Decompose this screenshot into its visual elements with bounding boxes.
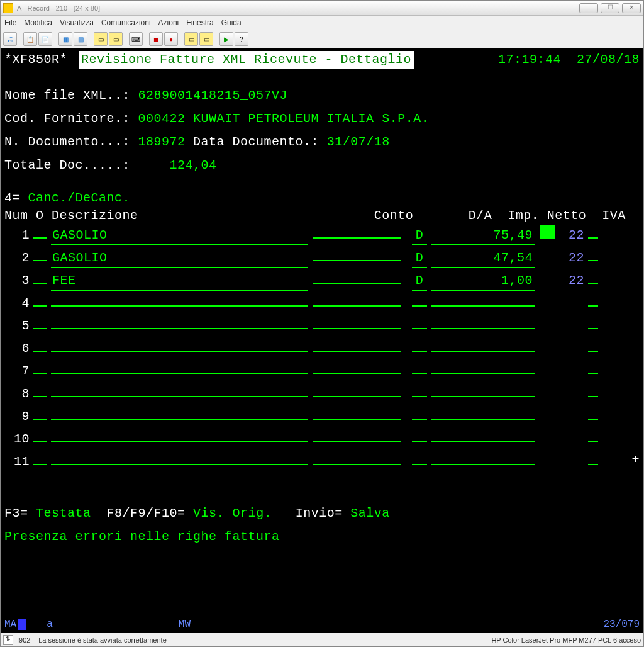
row-netto-input[interactable]: 47,54 (431, 249, 535, 268)
row-conto-input[interactable] (313, 283, 401, 284)
row-conto-input[interactable] (313, 260, 401, 261)
row-c-input[interactable] (588, 396, 598, 397)
toolbar-macro2-icon[interactable]: ▭ (199, 32, 213, 46)
row-option-input[interactable] (33, 283, 47, 284)
row-conto-input[interactable] (313, 237, 401, 239)
row-netto-input[interactable] (431, 464, 535, 465)
row-iva-box[interactable] (540, 383, 555, 397)
row-c-input[interactable] (588, 419, 598, 420)
menu-modifica[interactable]: Modifica (24, 18, 52, 27)
row-c-input[interactable] (588, 373, 598, 374)
row-description-input[interactable] (51, 396, 308, 397)
toolbar-remap-icon[interactable]: ⌨ (129, 32, 143, 46)
row-c-input[interactable] (588, 237, 598, 239)
row-iva-box[interactable] (540, 225, 555, 239)
toolbar-send-icon[interactable]: ▦ (58, 32, 72, 46)
row-description-input[interactable] (51, 305, 308, 307)
toolbar-copy-icon[interactable]: 📋 (23, 32, 37, 46)
row-c-input[interactable] (588, 305, 598, 307)
row-iva-box[interactable] (540, 429, 555, 442)
row-da-input[interactable] (412, 419, 427, 420)
row-option-input[interactable] (33, 305, 47, 307)
row-c-input[interactable] (588, 260, 598, 261)
row-c-input[interactable] (588, 441, 598, 442)
row-option-input[interactable] (33, 260, 47, 261)
toolbar-macro1-icon[interactable]: ▭ (184, 32, 198, 46)
toolbar-color-icon[interactable]: ▭ (109, 32, 123, 46)
toolbar-stop-icon[interactable]: ◼ (149, 32, 163, 46)
row-description-input[interactable] (51, 351, 308, 352)
row-iva-box[interactable] (540, 247, 555, 261)
row-da-input[interactable]: D (412, 227, 427, 245)
row-iva-box[interactable] (540, 361, 555, 374)
row-description-input[interactable] (51, 464, 308, 465)
row-netto-input[interactable] (431, 305, 535, 307)
row-iva-box[interactable] (540, 406, 555, 420)
toolbar-play-icon[interactable]: ▶ (219, 32, 233, 46)
toolbar-help-icon[interactable]: ? (235, 32, 248, 46)
minimize-button[interactable]: — (579, 3, 598, 13)
row-netto-input[interactable] (431, 328, 535, 329)
row-description-input[interactable] (51, 373, 308, 374)
row-option-input[interactable] (33, 396, 47, 397)
row-da-input[interactable] (412, 328, 427, 329)
row-netto-input[interactable]: 75,49 (431, 227, 535, 245)
row-description-input[interactable]: FEE (51, 272, 308, 291)
row-iva-box[interactable] (540, 270, 555, 284)
row-conto-input[interactable] (313, 305, 401, 307)
row-netto-input[interactable] (431, 373, 535, 374)
row-da-input[interactable] (412, 464, 427, 465)
menu-guida[interactable]: Guida (221, 18, 242, 27)
row-option-input[interactable] (33, 328, 47, 329)
row-iva-box[interactable] (540, 293, 555, 307)
row-iva-box[interactable] (540, 315, 555, 329)
toolbar-print-icon[interactable]: 🖨 (3, 32, 17, 46)
row-c-input[interactable] (588, 464, 598, 465)
row-c-input[interactable] (588, 351, 598, 352)
row-iva-box[interactable] (540, 338, 555, 352)
row-option-input[interactable] (33, 464, 47, 465)
row-conto-input[interactable] (313, 464, 401, 465)
row-da-input[interactable] (412, 305, 427, 307)
row-description-input[interactable]: GASOLIO (51, 227, 308, 245)
row-netto-input[interactable] (431, 419, 535, 420)
toolbar-display-icon[interactable]: ▭ (94, 32, 108, 46)
row-netto-input[interactable] (431, 351, 535, 352)
menu-azioni[interactable]: Azioni (158, 18, 179, 27)
row-conto-input[interactable] (313, 419, 401, 420)
row-da-input[interactable]: D (412, 272, 427, 291)
row-netto-input[interactable]: 1,00 (431, 272, 535, 291)
row-option-input[interactable] (33, 419, 47, 420)
row-conto-input[interactable] (313, 328, 401, 329)
row-description-input[interactable] (51, 419, 308, 420)
row-da-input[interactable] (412, 441, 427, 442)
row-description-input[interactable] (51, 441, 308, 442)
menu-visualizza[interactable]: Visualizza (60, 18, 94, 27)
row-description-input[interactable] (51, 328, 308, 329)
row-netto-input[interactable] (431, 441, 535, 442)
row-option-input[interactable] (33, 373, 47, 374)
toolbar-record-icon[interactable]: ● (164, 32, 178, 46)
row-netto-input[interactable] (431, 396, 535, 397)
row-c-input[interactable] (588, 328, 598, 329)
toolbar-paste-icon[interactable]: 📄 (38, 32, 52, 46)
toolbar-receive-icon[interactable]: ▤ (74, 32, 87, 46)
row-option-input[interactable] (33, 441, 47, 442)
row-option-input[interactable] (33, 351, 47, 352)
row-conto-input[interactable] (313, 351, 401, 352)
row-option-input[interactable] (33, 237, 47, 239)
menu-file[interactable]: File (4, 18, 16, 27)
maximize-button[interactable]: ☐ (601, 3, 619, 13)
row-conto-input[interactable] (313, 396, 401, 397)
row-da-input[interactable] (412, 351, 427, 352)
close-button[interactable]: ✕ (622, 3, 641, 13)
row-conto-input[interactable] (313, 441, 401, 442)
row-da-input[interactable] (412, 373, 427, 374)
row-conto-input[interactable] (313, 373, 401, 374)
row-c-input[interactable] (588, 283, 598, 284)
menu-finestra[interactable]: Finestra (186, 18, 213, 27)
row-da-input[interactable] (412, 396, 427, 397)
menu-comunicazioni[interactable]: Comunicazioni (101, 18, 151, 27)
row-iva-box[interactable] (540, 451, 555, 465)
row-description-input[interactable]: GASOLIO (51, 249, 308, 268)
